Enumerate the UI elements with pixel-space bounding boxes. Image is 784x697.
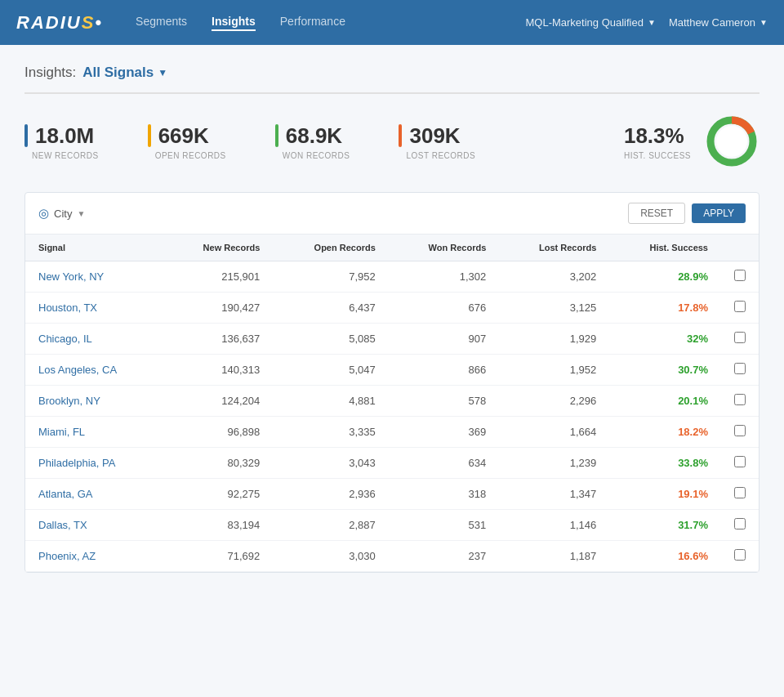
- checkbox-cell[interactable]: [721, 479, 759, 510]
- checkbox-cell[interactable]: [721, 417, 759, 448]
- hist-success-value: 18.3%: [624, 123, 691, 149]
- checkbox-cell[interactable]: [721, 324, 759, 355]
- signal-cell[interactable]: Brooklyn, NY: [25, 386, 163, 417]
- col-new-records: New Records: [163, 235, 273, 261]
- new-records-cell: 71,692: [163, 541, 273, 572]
- logo: RADIUS•: [16, 12, 103, 34]
- table-row: Philadelphia, PA 80,329 3,043 634 1,239 …: [25, 448, 759, 479]
- new-records-cell: 140,313: [163, 355, 273, 386]
- col-hist-success: Hist. Success: [609, 235, 721, 261]
- stat-won-records-label: WON RECORDS: [283, 151, 350, 160]
- row-checkbox[interactable]: [734, 301, 746, 312]
- signals-arrow-icon: ▼: [158, 67, 167, 78]
- open-records-cell: 2,887: [273, 510, 388, 541]
- new-records-cell: 83,194: [163, 510, 273, 541]
- open-records-cell: 4,881: [273, 386, 388, 417]
- user-dropdown[interactable]: Matthew Cameron ▼: [669, 16, 768, 29]
- new-records-cell: 215,901: [163, 261, 273, 293]
- hist-success-cell: 32%: [609, 324, 721, 355]
- pin-icon: ◎: [38, 206, 49, 221]
- signal-cell[interactable]: Los Angeles, CA: [25, 355, 163, 386]
- row-checkbox[interactable]: [734, 549, 746, 561]
- filter-dropdown[interactable]: MQL-Marketing Qualified ▼: [525, 16, 655, 29]
- row-checkbox[interactable]: [734, 518, 746, 529]
- signal-cell[interactable]: Philadelphia, PA: [25, 448, 163, 479]
- new-records-cell: 136,637: [163, 324, 273, 355]
- checkbox-cell[interactable]: [721, 293, 759, 324]
- user-label: Matthew Cameron: [669, 16, 755, 29]
- stat-bar-lost: [399, 124, 402, 147]
- col-checkbox: [721, 235, 759, 261]
- signal-cell[interactable]: Atlanta, GA: [25, 479, 163, 510]
- lost-records-cell: 1,146: [499, 510, 609, 541]
- hist-success-cell: 18.2%: [609, 417, 721, 448]
- row-checkbox[interactable]: [734, 270, 746, 281]
- col-signal: Signal: [25, 235, 163, 261]
- reset-button[interactable]: RESET: [628, 203, 685, 224]
- nav-insights[interactable]: Insights: [212, 15, 256, 31]
- hist-success-cell: 19.1%: [609, 479, 721, 510]
- donut-hole: [716, 126, 747, 157]
- stats-row: 18.0M NEW RECORDS 669K OPEN RECORDS 68.9…: [24, 114, 760, 169]
- nav-performance[interactable]: Performance: [280, 15, 345, 31]
- new-records-cell: 80,329: [163, 448, 273, 479]
- nav-segments[interactable]: Segments: [136, 15, 187, 31]
- signal-cell[interactable]: New York, NY: [25, 261, 163, 293]
- table-controls: ◎ City ▼ RESET APPLY: [25, 193, 759, 235]
- signal-cell[interactable]: Houston, TX: [25, 293, 163, 324]
- col-open-records: Open Records: [273, 235, 388, 261]
- city-filter-label: City: [54, 208, 72, 220]
- page-title-bar: Insights: All Signals ▼: [24, 65, 760, 94]
- row-checkbox[interactable]: [734, 332, 746, 343]
- lost-records-cell: 2,296: [499, 386, 609, 417]
- checkbox-cell[interactable]: [721, 448, 759, 479]
- page-content: Insights: All Signals ▼ 18.0M NEW RECORD…: [0, 45, 784, 592]
- table-row: New York, NY 215,901 7,952 1,302 3,202 2…: [25, 261, 759, 293]
- open-records-cell: 5,085: [273, 324, 388, 355]
- stat-new-records: 18.0M NEW RECORDS: [24, 123, 99, 160]
- open-records-cell: 2,936: [273, 479, 388, 510]
- row-checkbox[interactable]: [734, 487, 746, 498]
- won-records-cell: 531: [389, 510, 500, 541]
- stat-new-records-value: 18.0M: [24, 123, 99, 149]
- signals-dropdown[interactable]: All Signals ▼: [82, 65, 167, 81]
- table-row: Dallas, TX 83,194 2,887 531 1,146 31.7%: [25, 510, 759, 541]
- hist-success-label: HIST. SUCCESS: [624, 151, 691, 160]
- won-records-cell: 318: [389, 479, 500, 510]
- hist-success-cell: 30.7%: [609, 355, 721, 386]
- row-checkbox[interactable]: [734, 394, 746, 405]
- new-records-cell: 190,427: [163, 293, 273, 324]
- table-row: Chicago, IL 136,637 5,085 907 1,929 32%: [25, 324, 759, 355]
- stat-open-records-value: 669K: [148, 123, 226, 149]
- checkbox-cell[interactable]: [721, 355, 759, 386]
- won-records-cell: 676: [389, 293, 500, 324]
- new-records-cell: 124,204: [163, 386, 273, 417]
- stat-hist-success: 18.3% HIST. SUCCESS: [624, 114, 760, 169]
- hist-success-cell: 20.1%: [609, 386, 721, 417]
- checkbox-cell[interactable]: [721, 261, 759, 293]
- won-records-cell: 866: [389, 355, 500, 386]
- row-checkbox[interactable]: [734, 425, 746, 436]
- city-filter[interactable]: ◎ City ▼: [38, 206, 85, 221]
- stat-won-records-value: 68.9K: [275, 123, 350, 149]
- row-checkbox[interactable]: [734, 456, 746, 467]
- user-arrow-icon: ▼: [760, 18, 768, 27]
- signal-cell[interactable]: Miami, FL: [25, 417, 163, 448]
- signal-cell[interactable]: Chicago, IL: [25, 324, 163, 355]
- checkbox-cell[interactable]: [721, 541, 759, 572]
- apply-button[interactable]: APPLY: [692, 203, 746, 223]
- stat-bar-new: [24, 124, 28, 147]
- hist-success-cell: 17.8%: [609, 293, 721, 324]
- checkbox-cell[interactable]: [721, 386, 759, 417]
- table-section: ◎ City ▼ RESET APPLY Signal New Records …: [24, 192, 760, 573]
- row-checkbox[interactable]: [734, 363, 746, 374]
- won-records-cell: 1,302: [389, 261, 500, 293]
- signal-cell[interactable]: Dallas, TX: [25, 510, 163, 541]
- checkbox-cell[interactable]: [721, 510, 759, 541]
- signal-cell[interactable]: Phoenix, AZ: [25, 541, 163, 572]
- col-lost-records: Lost Records: [499, 235, 609, 261]
- table-row: Houston, TX 190,427 6,437 676 3,125 17.8…: [25, 293, 759, 324]
- new-records-cell: 96,898: [163, 417, 273, 448]
- col-won-records: Won Records: [389, 235, 500, 261]
- hist-success-cell: 16.6%: [609, 541, 721, 572]
